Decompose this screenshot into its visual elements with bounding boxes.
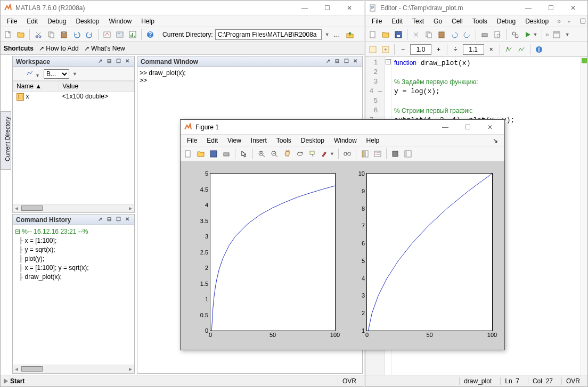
toolbar-overflow-icon[interactable]: » [545, 31, 549, 38]
zoom-factor-input[interactable] [463, 44, 484, 55]
restore-icon[interactable]: ☐ [115, 58, 122, 65]
undo-icon[interactable] [449, 29, 460, 40]
find-icon[interactable] [510, 29, 520, 40]
paste-icon[interactable] [436, 29, 447, 40]
cell-insert-icon[interactable] [368, 44, 378, 55]
menu-window[interactable]: Window [104, 17, 136, 26]
scrollbar-horizontal[interactable]: ◂▸ [13, 365, 134, 373]
command-history-header[interactable]: Command History ↗ ⊟ ☐ ✕ [13, 215, 134, 225]
subplot-2[interactable]: 12345678910050100 [345, 167, 499, 344]
menu-desktop[interactable]: Desktop [521, 17, 553, 26]
publish-icon[interactable] [503, 44, 514, 55]
menu-help[interactable]: Help [362, 136, 384, 145]
open-folder-icon[interactable] [380, 29, 391, 40]
scrollbar-horizontal[interactable]: ◂▸ [13, 204, 134, 212]
undo-icon[interactable] [71, 29, 82, 40]
menu-file[interactable]: File [183, 136, 201, 145]
paste-icon[interactable] [59, 29, 69, 40]
plus-button[interactable]: + [434, 46, 444, 53]
copy-icon[interactable] [423, 29, 434, 40]
undock-icon[interactable]: ↗ [324, 58, 332, 65]
menu-file[interactable]: File [3, 17, 21, 26]
help-icon[interactable]: ? [145, 29, 156, 40]
menu-file[interactable]: File [368, 17, 386, 26]
minimize-button[interactable]: — [517, 1, 540, 15]
undock-icon[interactable]: ↗ [96, 58, 104, 65]
legend-icon[interactable] [372, 149, 383, 159]
close-panel-icon[interactable]: ✕ [124, 58, 131, 65]
rotate-icon[interactable] [295, 149, 305, 159]
browse-dir-button[interactable]: … [332, 29, 342, 40]
shortcut-howto[interactable]: ↗ How to Add [39, 45, 79, 52]
pointer-icon[interactable] [239, 149, 249, 159]
workspace-table[interactable]: Name ▲ Value x <1x100 double> [13, 81, 134, 102]
fold-toggle-icon[interactable]: − [386, 59, 391, 64]
up-dir-icon[interactable] [345, 29, 355, 40]
dock-icon[interactable]: ⊟ [105, 216, 113, 224]
menu-edit[interactable]: Edit [22, 17, 42, 26]
times-button[interactable]: × [486, 46, 496, 53]
save-icon[interactable] [208, 149, 219, 159]
list-item[interactable]: ├ plot(y); [15, 254, 132, 264]
minimize-button[interactable]: — [293, 1, 316, 15]
open-folder-icon[interactable] [195, 149, 206, 159]
new-figure-icon[interactable] [183, 149, 193, 159]
pan-icon[interactable] [282, 149, 292, 159]
menu-edit[interactable]: Edit [202, 136, 222, 145]
restore-icon[interactable]: ☐ [115, 216, 122, 224]
zoom-in-icon[interactable] [256, 149, 267, 159]
show-tools-icon[interactable] [403, 149, 413, 159]
close-panel-icon[interactable]: ✕ [352, 58, 359, 65]
maximize-button[interactable]: ☐ [540, 1, 562, 15]
menu-go[interactable]: Go [429, 17, 446, 26]
profiler-icon[interactable] [127, 29, 138, 40]
menu-help[interactable]: Help [137, 17, 159, 26]
menu-edit[interactable]: Edit [387, 17, 407, 26]
menu-window[interactable]: Window [330, 136, 361, 145]
menu-tools[interactable]: Tools [272, 136, 296, 145]
datacursor-icon[interactable] [307, 149, 318, 159]
new-file-icon[interactable] [3, 29, 13, 40]
redo-icon[interactable] [462, 29, 472, 40]
editor-titlebar[interactable]: Editor - C:\Temp\draw_plot.m — ☐ ✕ [365, 1, 587, 15]
redo-icon[interactable] [84, 29, 95, 40]
info-icon[interactable]: i [534, 44, 544, 55]
save-icon[interactable] [393, 29, 404, 40]
menu-desktop[interactable]: Desktop [71, 17, 103, 26]
menu-view[interactable]: View [223, 136, 246, 145]
list-item[interactable]: ⊟ %-- 16.12.16 23:21 --% [15, 227, 132, 236]
menu-tools[interactable]: Tools [468, 17, 492, 26]
command-window-header[interactable]: Command Window ↗ ⊟ ☐ ✕ [137, 56, 362, 67]
colorbar-icon[interactable] [360, 149, 370, 159]
dock-icon[interactable]: ↘ [488, 136, 502, 145]
hide-tools-icon[interactable] [390, 149, 401, 159]
ws-plot-dropdown[interactable]: ▼ [26, 69, 42, 79]
link-icon[interactable] [342, 149, 353, 159]
list-item[interactable]: ├ draw_plot(x); [15, 273, 132, 282]
restore-icon[interactable]: ☐ [576, 17, 588, 26]
minimize-button[interactable]: — [434, 120, 456, 134]
subplot-1[interactable]: 00.511.522.533.544.55050100 [186, 167, 340, 344]
run-button[interactable]: ▼ [522, 29, 538, 40]
menu-cell[interactable]: Cell [447, 17, 467, 26]
open-folder-icon[interactable] [15, 29, 26, 40]
dock-icon[interactable]: ⊟ [105, 58, 113, 65]
cut-icon[interactable] [411, 29, 421, 40]
undock-icon[interactable]: ↗ [96, 216, 104, 224]
list-item[interactable]: ├ y = sqrt(x); [15, 245, 132, 254]
close-button[interactable]: ✕ [479, 120, 501, 134]
menu-debug[interactable]: Debug [43, 17, 70, 26]
restore-icon[interactable]: ☐ [342, 58, 350, 65]
brush-icon[interactable]: ▼ [320, 149, 335, 159]
menu-debug[interactable]: Debug [493, 17, 520, 26]
print-icon[interactable] [479, 29, 490, 40]
undock-icon[interactable]: ▫ [564, 17, 575, 26]
matlab-titlebar[interactable]: MATLAB 7.6.0 (R2008a) — ☐ ✕ [1, 1, 364, 15]
start-button[interactable]: Start [4, 377, 24, 385]
close-button[interactable]: ✕ [562, 1, 584, 15]
copy-icon[interactable] [46, 29, 56, 40]
zoom-step-input[interactable] [410, 44, 431, 55]
cell-eval-icon[interactable] [380, 44, 391, 55]
current-directory-tab[interactable]: Current Directory [1, 111, 11, 170]
maximize-button[interactable]: ☐ [456, 120, 479, 134]
